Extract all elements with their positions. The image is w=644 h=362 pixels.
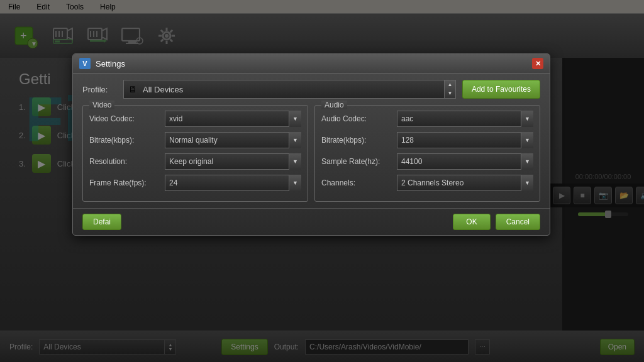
profile-select-wrapper: 🖥 All Devices ▲ ▼: [123, 80, 456, 99]
profile-arrow-up[interactable]: ▲: [445, 80, 455, 89]
default-button[interactable]: Defai: [82, 214, 121, 230]
samplerate-row: Sample Rate(hz): 441004800022050 ▼: [321, 153, 533, 170]
sections-row: Video Video Codec: xvidh264mpeg4 ▼ Bitra…: [73, 105, 550, 208]
audio-bitrate-select[interactable]: 128192256320: [397, 132, 533, 148]
settings-dialog: V Settings ✕ Profile: 🖥 All Devices ▲ ▼ …: [72, 53, 550, 236]
audio-bitrate-label: Bitrate(kbps):: [321, 136, 394, 145]
resolution-label: Resolution:: [89, 157, 162, 166]
footer-right: OK Cancel: [453, 214, 540, 230]
profile-spinner-arrows[interactable]: ▲ ▼: [445, 80, 456, 99]
audio-bitrate-select-wrapper: 128192256320 ▼: [397, 132, 533, 148]
channels-label: Channels:: [321, 178, 394, 187]
video-bitrate-select[interactable]: Normal qualityHigh qualityLow quality: [165, 132, 301, 148]
samplerate-select-wrapper: 441004800022050 ▼: [397, 153, 533, 170]
audio-bitrate-row: Bitrate(kbps): 128192256320 ▼: [321, 132, 533, 148]
framerate-select[interactable]: 24253060: [165, 175, 301, 191]
add-favourites-button[interactable]: Add to Favourites: [462, 80, 540, 99]
video-codec-label: Video Codec:: [89, 114, 162, 123]
dialog-close-button[interactable]: ✕: [532, 58, 543, 69]
video-bitrate-row: Bitrate(kbps): Normal qualityHigh qualit…: [89, 132, 301, 148]
channels-select-wrapper: 2 Channels Stereo1 Channel Mono5.1 Chann…: [397, 175, 533, 191]
video-bitrate-label: Bitrate(kbps):: [89, 136, 162, 145]
ok-button[interactable]: OK: [453, 214, 490, 230]
dialog-icon: V: [79, 58, 91, 69]
resolution-select-wrapper: Keep original1920x10801280x720 ▼: [165, 153, 301, 170]
dialog-titlebar: V Settings ✕: [73, 54, 550, 74]
audio-codec-select[interactable]: aacmp3ogg: [397, 111, 533, 127]
video-codec-select[interactable]: xvidh264mpeg4: [165, 111, 301, 127]
video-section: Video Video Codec: xvidh264mpeg4 ▼ Bitra…: [82, 105, 308, 202]
settings-dialog-overlay: V Settings ✕ Profile: 🖥 All Devices ▲ ▼ …: [0, 0, 644, 362]
framerate-row: Frame Rate(fps): 24253060 ▼: [89, 175, 301, 191]
dialog-title: Settings: [96, 59, 527, 69]
profile-row: Profile: 🖥 All Devices ▲ ▼ Add to Favour…: [73, 74, 550, 105]
channels-select[interactable]: 2 Channels Stereo1 Channel Mono5.1 Chann…: [397, 175, 533, 191]
video-bitrate-select-wrapper: Normal qualityHigh qualityLow quality ▼: [165, 132, 301, 148]
framerate-select-wrapper: 24253060 ▼: [165, 175, 301, 191]
cancel-button[interactable]: Cancel: [496, 214, 540, 230]
dialog-footer: Defai OK Cancel: [73, 208, 550, 235]
dialog-profile-select[interactable]: All Devices: [123, 80, 445, 99]
audio-section-legend: Audio: [321, 101, 347, 109]
audio-section: Audio Audio Codec: aacmp3ogg ▼ Bitrate(k…: [314, 105, 540, 202]
framerate-label: Frame Rate(fps):: [89, 178, 162, 187]
video-section-legend: Video: [89, 101, 114, 109]
video-codec-row: Video Codec: xvidh264mpeg4 ▼: [89, 111, 301, 127]
samplerate-select[interactable]: 441004800022050: [397, 153, 533, 170]
resolution-row: Resolution: Keep original1920x10801280x7…: [89, 153, 301, 170]
audio-codec-label: Audio Codec:: [321, 114, 394, 123]
resolution-select[interactable]: Keep original1920x10801280x720: [165, 153, 301, 170]
profile-arrow-down[interactable]: ▼: [445, 89, 455, 98]
audio-codec-select-wrapper: aacmp3ogg ▼: [397, 111, 533, 127]
monitor-icon: 🖥: [128, 84, 137, 94]
dialog-profile-label: Profile:: [82, 85, 117, 94]
channels-row: Channels: 2 Channels Stereo1 Channel Mon…: [321, 175, 533, 191]
video-codec-select-wrapper: xvidh264mpeg4 ▼: [165, 111, 301, 127]
audio-codec-row: Audio Codec: aacmp3ogg ▼: [321, 111, 533, 127]
samplerate-label: Sample Rate(hz):: [321, 157, 394, 166]
